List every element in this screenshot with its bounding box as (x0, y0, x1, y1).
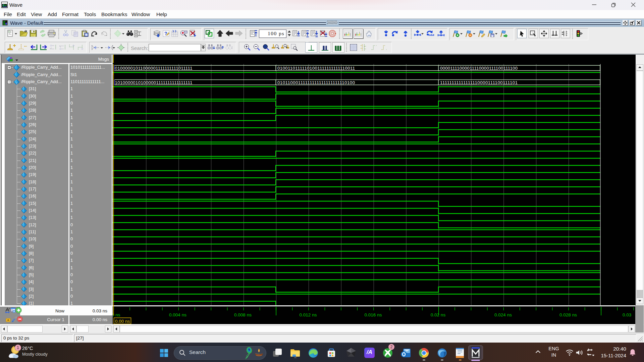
svg-text:0.016 ns: 0.016 ns (365, 312, 382, 317)
svg-text:0.008 ns: 0.008 ns (234, 312, 252, 317)
svg-text:010000010110000011111111110111: 01000001011000001111111111011111 (115, 66, 193, 71)
svg-text:0 ns: 0 ns (113, 312, 120, 317)
svg-text:0.02 ns: 0.02 ns (431, 312, 446, 317)
svg-text:0.03: 0.03 (623, 312, 631, 317)
svg-text:0.028 ns: 0.028 ns (559, 312, 577, 317)
svg-text:000011110000111100001111001111: 00001111000011110000111100111100 (440, 66, 518, 71)
svg-text:111111111111111100001111001111: 11111111111111110000111100111101 (440, 80, 518, 85)
svg-text:0.024 ns: 0.024 ns (494, 312, 512, 317)
svg-text:101000001010000011111111111111: 10100000101000001111111111111111 (115, 80, 193, 85)
svg-text:0.012 ns: 0.012 ns (300, 312, 317, 317)
svg-text:010011011111010011111111111100: 01001101111101001111111111110011 (277, 66, 355, 71)
svg-text:010110001111111111111111111101: 01011000111111111111111111110100 (277, 80, 355, 85)
svg-text:0.00 ns: 0.00 ns (115, 319, 130, 324)
svg-text:0.004 ns: 0.004 ns (169, 312, 186, 317)
